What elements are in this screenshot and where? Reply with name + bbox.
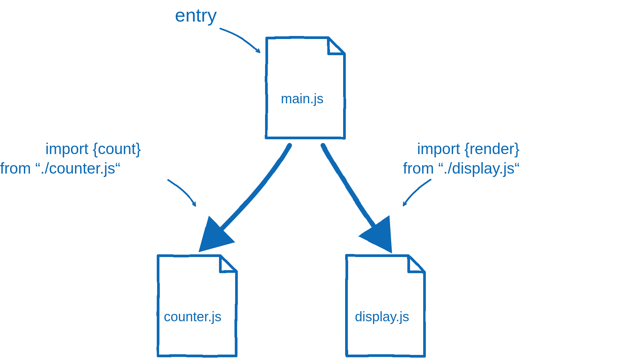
diagram-canvas xyxy=(0,0,626,364)
arrow-entry-to-main xyxy=(220,29,259,52)
file-main xyxy=(266,38,344,138)
arrow-main-to-counter xyxy=(205,145,289,246)
file-main-label: main.js xyxy=(281,90,324,107)
file-display-label: display.js xyxy=(355,308,409,325)
arrow-main-to-display xyxy=(323,145,387,246)
entry-label: entry xyxy=(175,3,217,27)
import-left-line1: import {count} xyxy=(45,139,141,159)
file-counter-label: counter.js xyxy=(164,308,221,325)
diagram-stage: entry main.js counter.js display.js impo… xyxy=(0,0,626,364)
file-display xyxy=(346,256,425,356)
import-right-line2: from “./display.js“ xyxy=(403,159,520,178)
arrow-import-right xyxy=(404,180,431,205)
import-right-line1: import {render} xyxy=(417,139,519,159)
import-left-line2: from “./counter.js“ xyxy=(0,159,120,178)
arrow-import-left xyxy=(168,180,195,205)
file-counter xyxy=(158,256,236,356)
